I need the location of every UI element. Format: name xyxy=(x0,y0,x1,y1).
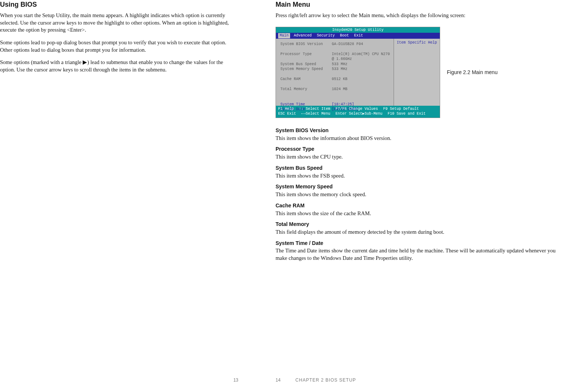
bios-bios-ver-label: System BIOS Version xyxy=(280,42,323,46)
item-4-p: This item shows the size of the cache RA… xyxy=(276,210,566,217)
footer-right: 14 CHAPTER 2 BIOS SETUP xyxy=(276,377,559,383)
bios-select-submenu: Enter Select▶Sub-Menu xyxy=(336,111,382,117)
bios-row-blank2 xyxy=(280,72,390,77)
bios-bios-ver-value: GA-D1USB28 F04 xyxy=(332,42,363,46)
bios-bus-value: 533 MHz xyxy=(332,62,347,66)
bios-row-blank5 xyxy=(280,97,390,102)
bios-row-blank3 xyxy=(280,82,390,87)
bios-main-panel: System BIOS Version GA-D1USB28 F04 Proce… xyxy=(276,39,394,106)
item-3-h: System Memory Speed xyxy=(276,183,566,190)
left-p1: When you start the Setup Utility, the ma… xyxy=(0,12,238,34)
bios-memspd-label: System Memory Speed xyxy=(280,67,323,71)
item-5-p: This field displays the amount of memory… xyxy=(276,229,566,236)
bios-proc-value2: @ 1.66GHz xyxy=(332,57,352,61)
bios-tab-advanced[interactable]: Advanced xyxy=(292,33,313,38)
bios-tab-exit[interactable]: Exit xyxy=(353,33,365,38)
page-right: Main Menu Press right/left arrow key to … xyxy=(276,0,566,373)
item-3: System Memory Speed This item shows the … xyxy=(276,183,566,198)
bios-cache-value: 0512 KB xyxy=(332,77,347,81)
bios-cache-label: Cache RAM xyxy=(280,77,301,81)
bios-f1-help: F1 Help xyxy=(278,106,294,112)
item-1-h: Processor Type xyxy=(276,146,566,153)
item-6-p: The Time and Date items show the current… xyxy=(276,247,566,262)
bios-proc-label: Processor Type xyxy=(280,52,312,56)
item-0: System BIOS Version This item shows the … xyxy=(276,127,566,142)
item-1-p: This item shows the CPU type. xyxy=(276,153,566,161)
item-2-h: System Bus Speed xyxy=(276,165,566,172)
item-5-h: Total Memory xyxy=(276,221,566,228)
item-1: Processor Type This item shows the CPU t… xyxy=(276,146,566,160)
bios-tab-boot[interactable]: Boot xyxy=(338,33,350,38)
bios-total-label: Total Memory xyxy=(280,87,307,91)
bios-memspd-value: 533 MHz xyxy=(332,67,347,71)
bios-row-blank1 xyxy=(280,47,390,52)
bios-body: System BIOS Version GA-D1USB28 F04 Proce… xyxy=(276,39,440,106)
bios-figure: InsydeH20 Setup Utility Main Advanced Se… xyxy=(276,27,440,118)
bios-row-cache: Cache RAM 0512 KB xyxy=(280,77,390,82)
bios-select-item: ↑↓ Select Item xyxy=(299,106,330,112)
item-5: Total Memory This field displays the amo… xyxy=(276,221,566,236)
bios-time-value: [18:47:25] xyxy=(332,102,354,106)
footer-left: 13 xyxy=(0,377,246,383)
bios-row-blank4 xyxy=(280,92,390,97)
left-p3: Some options (marked with a triangle ▶) … xyxy=(0,59,238,73)
figure-label: Figure 2.2 Main menu xyxy=(447,69,497,76)
bios-save-exit: F10 Save and Exit xyxy=(388,111,426,117)
bios-time-label: System Time xyxy=(280,102,305,106)
bios-total-value: 1024 MB xyxy=(332,87,347,91)
bios-bus-label: System Bus Speed xyxy=(280,62,316,66)
item-3-p: This item shows the memory clock speed. xyxy=(276,191,566,198)
bios-footer-line2: ESC Exit ←→Select Menu Enter Select▶Sub-… xyxy=(278,111,438,117)
bios-tab-main[interactable]: Main xyxy=(278,33,290,38)
item-6: System Time / Date The Time and Date ite… xyxy=(276,240,566,262)
items-block: System BIOS Version This item shows the … xyxy=(276,127,566,262)
bios-row-bus: System Bus Speed 533 MHz xyxy=(280,62,390,67)
bios-row-memspd: System Memory Speed 533 MHz xyxy=(280,67,390,72)
left-p2: Some options lead to pop-up dialog boxes… xyxy=(0,39,238,54)
item-6-h: System Time / Date xyxy=(276,240,566,247)
bios-setup-default: F9 Setup Default xyxy=(383,106,419,112)
bios-change-values: F7/F8 Change Values xyxy=(336,106,378,112)
bios-select-menu: ←→Select Menu xyxy=(301,111,330,117)
bios-row-bios-version: System BIOS Version GA-D1USB28 F04 xyxy=(280,42,390,47)
item-4-h: Cache RAM xyxy=(276,202,566,209)
bios-menubar: Main Advanced Security Boot Exit xyxy=(276,33,440,39)
bios-help-panel: Item Specific Help xyxy=(394,39,440,106)
bios-row-proc2: @ 1.66GHz xyxy=(280,57,390,62)
item-0-p: This item shows the information about BI… xyxy=(276,135,566,142)
bios-title: InsydeH20 Setup Utility xyxy=(276,27,440,33)
page-left: Using BIOS When you start the Setup Util… xyxy=(0,0,261,373)
bios-row-total: Total Memory 1024 MB xyxy=(280,87,390,92)
figure-row: InsydeH20 Setup Utility Main Advanced Se… xyxy=(276,27,566,118)
item-2-p: This item shows the FSB speed. xyxy=(276,172,566,180)
left-heading: Using BIOS xyxy=(0,0,238,9)
bios-row-proc: Processor Type Intel(R) Atom(TM) CPU N27… xyxy=(280,52,390,57)
item-0-h: System BIOS Version xyxy=(276,127,566,134)
bios-proc-value: Intel(R) Atom(TM) CPU N270 xyxy=(332,52,390,56)
chapter-title: CHAPTER 2 BIOS SETUP xyxy=(295,377,356,383)
right-p1: Press right/left arrow key to select the… xyxy=(276,12,566,19)
item-2: System Bus Speed This item shows the FSB… xyxy=(276,165,566,179)
page-number-left: 13 xyxy=(233,377,238,383)
bios-help-title: Item Specific Help xyxy=(394,40,440,45)
page-number-right: 14 xyxy=(276,377,280,383)
right-heading: Main Menu xyxy=(276,0,566,9)
bios-tab-security[interactable]: Security xyxy=(315,33,336,38)
bios-footer-line1: F1 Help ↑↓ Select Item F7/F8 Change Valu… xyxy=(278,106,438,112)
item-4: Cache RAM This item shows the size of th… xyxy=(276,202,566,217)
bios-esc-exit: ESC Exit xyxy=(278,111,296,117)
